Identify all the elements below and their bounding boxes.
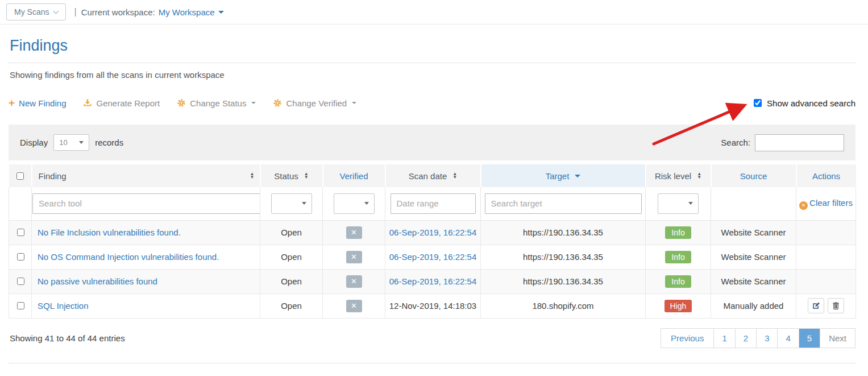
pagination-next-button[interactable]: Next <box>820 329 855 348</box>
table-row: No File Inclusion vulnerabilities found.… <box>9 220 856 245</box>
page-bottom-divider <box>9 363 855 363</box>
filter-date-range-input[interactable] <box>391 193 476 214</box>
records-label: records <box>95 138 123 147</box>
top-bar: My Scans | Current workspace: My Workspa… <box>0 0 868 24</box>
finding-link[interactable]: No File Inclusion vulnerabilities found. <box>38 228 181 237</box>
actions-header-label: Actions <box>812 171 840 181</box>
generate-report-label: Generate Report <box>96 98 160 108</box>
clear-filters-button[interactable]: Clear filters <box>799 197 853 210</box>
sort-icon <box>250 172 255 179</box>
findings-table: Finding Status Verified <box>9 164 856 319</box>
row-checkbox[interactable] <box>17 278 24 285</box>
not-verified-icon: ✕ <box>346 251 362 263</box>
column-header-source[interactable]: Source <box>711 164 796 187</box>
clear-filters-icon <box>799 201 808 210</box>
pagination-page-3[interactable]: 3 <box>756 329 777 348</box>
delete-finding-button[interactable] <box>828 298 844 313</box>
gear-icon <box>177 98 186 108</box>
generate-report-button[interactable]: Generate Report <box>83 98 160 108</box>
column-header-verified[interactable]: Verified <box>323 164 385 187</box>
filter-status-select[interactable] <box>271 193 312 214</box>
source-header-label: Source <box>740 171 767 181</box>
caret-down-icon <box>218 11 224 14</box>
edit-finding-button[interactable] <box>808 298 824 313</box>
verified-header-label: Verified <box>339 171 368 181</box>
scan-date-link[interactable]: 06-Sep-2019, 16:22:54 <box>389 276 476 286</box>
new-finding-button[interactable]: + New Finding <box>9 98 66 108</box>
column-header-status[interactable]: Status <box>260 164 323 187</box>
column-header-risk-level[interactable]: Risk level <box>646 164 711 187</box>
risk-level-header-label: Risk level <box>655 171 691 181</box>
display-label: Display <box>20 138 48 147</box>
row-checkbox[interactable] <box>17 229 24 236</box>
filter-date-cell <box>385 187 481 220</box>
column-header-target[interactable]: Target <box>481 164 646 187</box>
target-value: https://190.136.34.35 <box>523 252 603 262</box>
sort-descending-icon <box>575 175 580 177</box>
change-verified-label: Change Verified <box>286 98 347 108</box>
change-status-dropdown[interactable]: Change Status <box>177 98 256 108</box>
show-advanced-search-control[interactable]: Show advanced search <box>751 97 855 109</box>
filter-risk-cell <box>646 187 711 220</box>
not-verified-icon: ✕ <box>346 275 362 288</box>
table-row: No OS Command Injection vulnerabilities … <box>9 245 856 269</box>
actions-cell <box>796 245 856 269</box>
chevron-down-icon <box>53 8 59 14</box>
entries-info: Showing 41 to 44 of 44 entries <box>9 333 125 343</box>
finding-link[interactable]: SQL Injection <box>38 301 89 311</box>
caret-down-icon <box>251 102 256 104</box>
caret-down-icon <box>352 102 356 104</box>
pagination-previous-button[interactable]: Previous <box>661 329 713 348</box>
target-header-label: Target <box>546 171 570 181</box>
page-size-select[interactable]: 10 <box>53 134 89 151</box>
target-value: https://190.136.34.35 <box>523 276 603 286</box>
finding-link[interactable]: No OS Command Injection vulnerabilities … <box>38 252 219 262</box>
pagination-page-5-active[interactable]: 5 <box>799 329 820 348</box>
filter-empty-cell <box>9 187 32 220</box>
column-header-actions: Actions <box>796 164 856 187</box>
scan-date-link[interactable]: 06-Sep-2019, 16:22:54 <box>389 228 476 237</box>
select-all-checkbox[interactable] <box>16 172 24 180</box>
row-checkbox[interactable] <box>17 302 24 309</box>
filter-source-cell <box>711 187 796 220</box>
topbar-separator: | <box>74 7 76 17</box>
workspace-selector[interactable]: My Workspace <box>159 7 224 17</box>
change-verified-dropdown[interactable]: Change Verified <box>273 98 356 108</box>
source-value: Manually added <box>724 301 784 311</box>
filter-tool-input[interactable] <box>32 193 260 214</box>
new-finding-label: New Finding <box>19 98 66 108</box>
filter-target-input[interactable] <box>485 193 642 214</box>
search-input[interactable] <box>755 134 844 151</box>
target-value: 180.shopify.com <box>532 301 593 311</box>
page-title: Findings <box>10 37 855 55</box>
status-value: Open <box>281 301 302 311</box>
scan-date-link[interactable]: 06-Sep-2019, 16:22:54 <box>389 252 476 262</box>
pagination-page-4[interactable]: 4 <box>777 329 798 348</box>
status-value: Open <box>281 252 302 262</box>
sort-icon <box>697 172 701 179</box>
source-value: Website Scanner <box>721 228 786 237</box>
filter-verified-select[interactable] <box>334 193 375 214</box>
risk-level-badge: Info <box>665 251 691 263</box>
pagination-page-2[interactable]: 2 <box>735 329 756 348</box>
source-value: Website Scanner <box>721 252 786 262</box>
my-scans-dropdown-button[interactable]: My Scans <box>6 3 66 20</box>
pagination-page-1[interactable]: 1 <box>713 329 734 348</box>
row-checkbox[interactable] <box>17 253 24 261</box>
change-status-label: Change Status <box>190 98 246 108</box>
title-divider <box>9 63 855 63</box>
table-header-row: Finding Status Verified <box>9 164 856 187</box>
show-advanced-search-checkbox[interactable] <box>754 99 762 107</box>
risk-level-badge: Info <box>665 275 691 288</box>
search-label: Search: <box>721 138 750 147</box>
column-header-finding[interactable]: Finding <box>32 164 260 187</box>
filter-risk-select[interactable] <box>658 193 699 214</box>
show-advanced-search-label[interactable]: Show advanced search <box>767 98 855 108</box>
column-header-scan-date[interactable]: Scan date <box>385 164 481 187</box>
select-all-header <box>9 164 32 187</box>
filter-actions-cell: Clear filters <box>796 187 856 220</box>
workspace-name: My Workspace <box>159 7 215 17</box>
finding-header-label: Finding <box>39 171 67 181</box>
plus-icon: + <box>9 99 15 107</box>
finding-link[interactable]: No passive vulnerabilities found <box>38 276 157 286</box>
